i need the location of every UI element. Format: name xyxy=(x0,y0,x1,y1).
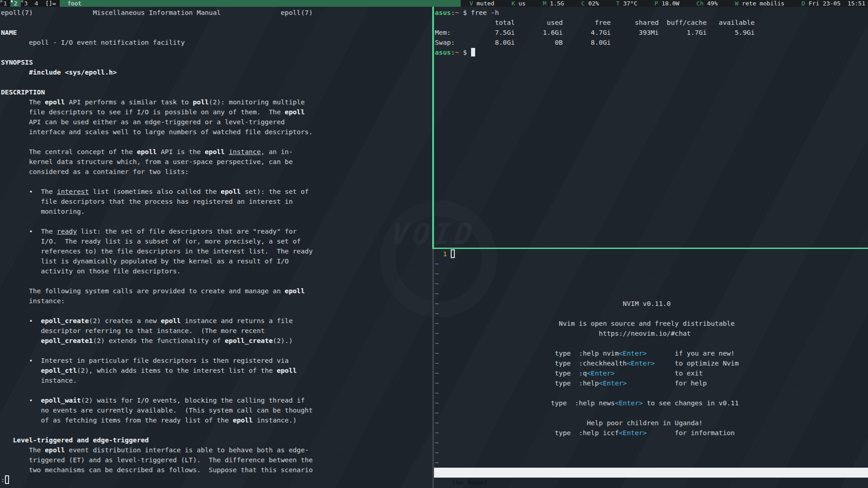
man-page-line: references to) the file descriptors in t… xyxy=(0,246,432,256)
nvim-line: ~ type :help nvim<Enter> if you are new! xyxy=(434,348,868,358)
nvim-line: ~ xyxy=(434,448,868,458)
man-page-line xyxy=(0,47,432,57)
nvim-line: ~ xyxy=(434,259,868,269)
man-page-line xyxy=(0,425,432,435)
man-page-line: two mechanisms can be described as follo… xyxy=(0,465,432,475)
nvim-line: ~ Help poor children in Uganda! xyxy=(434,418,868,428)
man-page-line: • Interest in particular file descriptor… xyxy=(0,356,432,366)
workspace-tag-1[interactable]: 1 xyxy=(0,0,10,7)
nvim-line: ~ https://neovim.io/#chat xyxy=(434,328,868,338)
man-page-line: descriptor referring to that instance. (… xyxy=(0,326,432,336)
man-page-line xyxy=(0,346,432,356)
man-page-line: The epoll event distribution interface i… xyxy=(0,445,432,455)
nvim-line: ~ xyxy=(434,309,868,319)
nvim-line: ~ type :checkhealth<Enter> to optimize N… xyxy=(434,358,868,368)
nvim-line: ~ xyxy=(434,408,868,418)
status-item-p: P 18.0W xyxy=(655,0,679,7)
workspace-tag-4[interactable]: 4 xyxy=(31,0,42,7)
man-page-line: of as fetching items from the ready list… xyxy=(0,415,432,425)
nvim-line: ~ xyxy=(434,338,868,348)
man-page-line: file descriptors that the process has re… xyxy=(0,197,432,206)
nvim-line: ~ xyxy=(434,289,868,299)
window-title-text: foot xyxy=(67,0,81,7)
shell-terminal[interactable]: asus:~ $ free -h total used free shared … xyxy=(434,7,868,248)
man-page-line: I/O. The ready list is a subset of (or, … xyxy=(0,236,432,246)
nvim-line: ~ type :q<Enter> to exit xyxy=(434,368,868,378)
workspace-tags: 1234 xyxy=(0,0,42,7)
nvim-line: ~ xyxy=(434,458,868,468)
focused-window-border-horizontal xyxy=(432,248,868,249)
man-page-line: no events are currently available. (This… xyxy=(0,405,432,415)
nvim-line: ~ Nvim is open source and freely distrib… xyxy=(434,319,868,328)
terminal-line: asus:~ $ free -h xyxy=(434,8,868,18)
nvim-terminal[interactable]: 1 ~~~~~ NVIM v0.11.0~~ Nvim is open sour… xyxy=(434,249,868,488)
nvim-line: ~ type :help news<Enter> to see changes … xyxy=(434,398,868,408)
man-page-line: The epoll API performs a similar task to… xyxy=(0,97,432,107)
man-page-line xyxy=(0,306,432,316)
cursor-block xyxy=(471,48,475,56)
terminal-line: Swap: 8.0Gi 0B 8.0Gi xyxy=(434,38,868,47)
nvim-line: ~ xyxy=(434,269,868,279)
man-page-line: • The interest list (sometimes also call… xyxy=(0,187,432,197)
man-page-line: • The ready list: the set of file descri… xyxy=(0,226,432,236)
status-item-ch: Ch 49% xyxy=(697,0,718,7)
man-page-line xyxy=(0,18,432,28)
status-bar: 1234 []= foot V mutedK usM 1.5GC 02%T 37… xyxy=(0,0,868,7)
layout-indicator[interactable]: []= xyxy=(42,0,60,7)
man-page-line xyxy=(0,177,432,187)
workspace-tag-3[interactable]: 3 xyxy=(21,0,31,7)
focused-window-border-vertical xyxy=(432,7,434,249)
nvim-line: ~ type :help<Enter> for help xyxy=(434,378,868,388)
status-item-d: D Fri 23-05 15:51 xyxy=(802,0,865,7)
status-item-c: C 02% xyxy=(581,0,599,7)
nvim-line: ~ xyxy=(434,388,868,398)
man-page-line: • epoll_create(2) creates a new epoll in… xyxy=(0,316,432,326)
man-page-line xyxy=(0,77,432,87)
man-page-line xyxy=(0,276,432,286)
man-page-terminal[interactable]: epoll(7) Miscellaneous Information Manua… xyxy=(0,7,432,488)
man-page-line: NAME xyxy=(0,28,432,38)
nvim-line: ~ NVIM v0.11.0 xyxy=(434,299,868,309)
man-page-line: list is dynamically populated by the ker… xyxy=(0,256,432,266)
man-page-content: epoll(7) Miscellaneous Information Manua… xyxy=(0,8,432,485)
man-page-line: epoll_create1(2) extends the functionali… xyxy=(0,336,432,346)
status-item-w: W rete mobilis xyxy=(735,0,785,7)
man-page-line: monitoring. xyxy=(0,206,432,216)
terminal-line: Mem: 7.5Gi 1.6Gi 4.7Gi 393Mi 1.7Gi 5.9Gi xyxy=(434,28,868,38)
man-page-line: : xyxy=(0,475,432,485)
man-page-line: API can be used either as an edge-trigge… xyxy=(0,117,432,127)
man-page-line: epoll(7) Miscellaneous Information Manua… xyxy=(0,8,432,18)
nvim-line: 1 xyxy=(434,249,868,259)
unfocused-window-border xyxy=(432,249,434,488)
shell-output: asus:~ $ free -h total used free shared … xyxy=(434,8,868,57)
tag-client-indicator xyxy=(0,0,2,2)
man-page-line: kernel data structure which, from a user… xyxy=(0,157,432,167)
man-page-line: file descriptors to see if I/O is possib… xyxy=(0,107,432,117)
man-page-line: activity on those file descriptors. xyxy=(0,266,432,276)
man-page-line: • epoll_wait(2) waits for I/O events, bl… xyxy=(0,395,432,405)
nvim-line: ~ xyxy=(434,438,868,448)
man-page-line: SYNOPSIS xyxy=(0,57,432,67)
nvim-buffer-name: [No Name] xyxy=(452,479,488,486)
cursor-hollow xyxy=(5,475,9,484)
man-page-line: triggered (ET) and as level-triggered (L… xyxy=(0,455,432,465)
status-items: V mutedK usM 1.5GC 02%T 37°CP 18.0WCh 49… xyxy=(461,0,868,7)
workspace-tag-2[interactable]: 2 xyxy=(10,0,21,7)
status-item-v: V muted xyxy=(470,0,495,7)
man-page-line xyxy=(0,137,432,147)
man-page-line: considered as a container for two lists: xyxy=(0,167,432,177)
nvim-buffer: 1 ~~~~~ NVIM v0.11.0~~ Nvim is open sour… xyxy=(434,249,868,468)
desktop: { "bar": { "tags": [ {"label": "1", "sel… xyxy=(0,0,868,488)
tag-client-indicator xyxy=(11,0,13,2)
man-page-line: Level-triggered and edge-triggered xyxy=(0,435,432,445)
man-page-line: DESCRIPTION xyxy=(0,87,432,97)
tag-client-indicator xyxy=(21,0,23,2)
status-item-t: T 37°C xyxy=(616,0,637,7)
man-page-line xyxy=(0,216,432,226)
terminal-line: total used free shared buff/cache availa… xyxy=(434,18,868,28)
man-page-line: epoll_ctl(2), which adds items to the in… xyxy=(0,366,432,375)
man-page-line: epoll - I/O event notification facility xyxy=(0,38,432,47)
nvim-statusline: [No Name] 0,0-1 All xyxy=(434,468,868,478)
terminal-line: asus:~ $ xyxy=(434,47,868,57)
man-page-line: interface and scales well to large numbe… xyxy=(0,127,432,137)
